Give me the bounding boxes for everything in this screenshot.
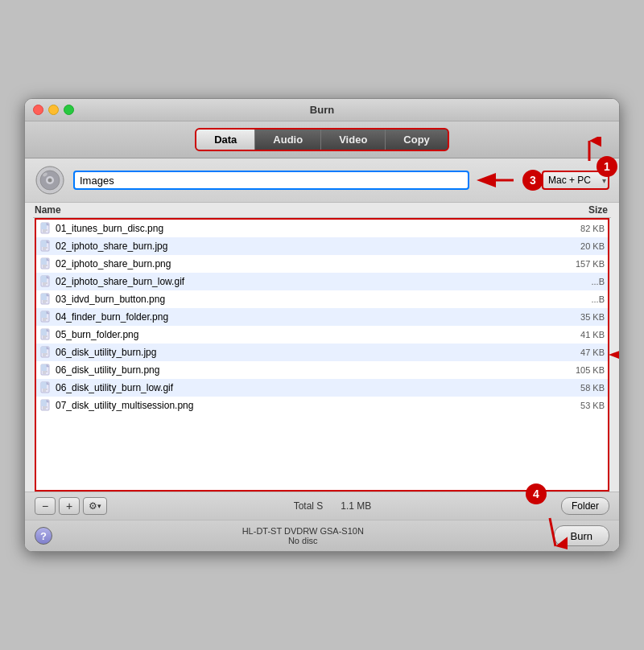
device-line1: HL-DT-ST DVDRW GSA-S10N	[52, 526, 554, 536]
file-size: 20 KB	[544, 241, 605, 251]
table-row[interactable]: 04_finder_burn_folder.png35 KB	[36, 308, 608, 326]
main-content: Name Size 01_itunes_burn_disc.png82 KB 0…	[25, 203, 619, 551]
traffic-lights	[33, 105, 74, 115]
tab-copy[interactable]: Copy	[386, 130, 448, 150]
device-info: HL-DT-ST DVDRW GSA-S10N No disc	[52, 526, 554, 545]
file-name: 02_iphoto_share_burn.jpg	[56, 241, 544, 252]
file-name: 01_itunes_burn_disc.png	[56, 223, 544, 234]
file-size: 82 KB	[544, 224, 605, 233]
device-line2: No disc	[52, 536, 554, 545]
file-icon	[39, 293, 52, 306]
file-name: 06_disk_utility_burn.png	[56, 364, 544, 376]
total-size-value: 1.1 MB	[341, 500, 371, 512]
total-size-label: Total Size: 1.1 MB	[110, 500, 555, 512]
file-icon	[39, 364, 52, 376]
badge-4: 4	[526, 483, 547, 504]
titlebar: Burn	[25, 99, 619, 121]
svg-rect-43	[41, 347, 47, 353]
add-button[interactable]: +	[59, 497, 80, 515]
file-icon	[39, 381, 52, 394]
svg-point-3	[48, 179, 52, 183]
tabs-container: Data Audio Video Copy	[195, 128, 449, 151]
minimize-button[interactable]	[48, 105, 59, 115]
file-list[interactable]: 01_itunes_burn_disc.png82 KB 02_iphoto_s…	[35, 218, 609, 492]
settings-icon: ⚙	[89, 500, 97, 512]
file-name: 04_finder_burn_folder.png	[56, 311, 544, 323]
bottom-wrapper: − + ⚙ ▾ Total Size: 1.1 MB 4	[25, 492, 619, 551]
help-button[interactable]: ?	[35, 527, 52, 545]
file-name: 02_iphoto_share_burn_low.gif	[56, 276, 544, 287]
file-name: 02_iphoto_share_burn.png	[56, 258, 544, 269]
file-name: 06_disk_utility_burn.jpg	[56, 347, 544, 358]
file-icon	[39, 275, 52, 288]
table-row[interactable]: 01_itunes_burn_disc.png82 KB	[36, 220, 608, 237]
file-name: 03_idvd_burn_button.png	[56, 294, 544, 305]
file-icon	[39, 311, 52, 323]
svg-rect-33	[41, 311, 47, 318]
file-size: 105 KB	[544, 365, 605, 375]
burn-button[interactable]: Burn	[554, 525, 609, 546]
file-size: ...B	[544, 294, 605, 304]
column-size: Size	[547, 204, 611, 216]
table-row[interactable]: 06_disk_utility_burn.png105 KB	[36, 361, 608, 379]
total-size-text: Total S	[294, 500, 324, 512]
file-icon	[39, 240, 52, 253]
file-icon	[39, 222, 52, 235]
table-row[interactable]: 03_idvd_burn_button.png...B	[36, 290, 608, 308]
table-row[interactable]: 02_iphoto_share_burn_low.gif...B	[36, 273, 608, 290]
table-row[interactable]: 06_disk_utility_burn_low.gif58 KB	[36, 379, 608, 397]
tab-video[interactable]: Video	[321, 130, 386, 150]
file-size: 157 KB	[544, 259, 605, 269]
table-row[interactable]: 05_burn_folder.png41 KB	[36, 326, 608, 344]
badge-3: 3	[522, 170, 543, 191]
file-icon	[39, 399, 52, 412]
settings-button[interactable]: ⚙ ▾	[83, 497, 107, 515]
file-name: 05_burn_folder.png	[56, 329, 544, 340]
file-size: 58 KB	[544, 383, 605, 393]
maximize-button[interactable]	[64, 105, 74, 115]
tabbar: Data Audio Video Copy	[25, 121, 619, 158]
svg-rect-23	[41, 276, 47, 282]
bottom-toolbar: − + ⚙ ▾ Total Size: 1.1 MB 4	[25, 492, 619, 520]
file-name: 07_disk_utility_multisession.png	[56, 400, 544, 411]
disc-icon	[35, 165, 65, 195]
file-size: 53 KB	[544, 401, 605, 410]
statusbar: ? HL-DT-ST DVDRW GSA-S10N No disc Burn	[25, 520, 619, 551]
file-size: 47 KB	[544, 348, 605, 357]
list-wrapper: 01_itunes_burn_disc.png82 KB 02_iphoto_s…	[35, 218, 609, 492]
file-size: 35 KB	[544, 312, 605, 322]
table-row[interactable]: 02_iphoto_share_burn.png157 KB	[36, 255, 608, 273]
svg-rect-18	[41, 258, 47, 265]
toolbar: 3 1 Mac + PC	[25, 158, 619, 203]
svg-rect-8	[41, 223, 47, 229]
toolbar-wrapper: 3 1 Mac + PC	[25, 158, 619, 203]
main-window: Burn Data Audio Video Copy	[24, 98, 620, 552]
table-row[interactable]: 07_disk_utility_multisession.png53 KB	[36, 397, 608, 414]
file-icon	[39, 328, 52, 341]
file-size: 41 KB	[544, 330, 605, 339]
disc-name-input[interactable]	[73, 171, 469, 190]
svg-rect-13	[41, 241, 47, 247]
column-name: Name	[33, 204, 547, 216]
total-size-annotation-overlap: ize:	[323, 500, 341, 512]
table-row[interactable]: 06_disk_utility_burn.jpg47 KB	[36, 344, 608, 361]
file-list-container: Name Size 01_itunes_burn_disc.png82 KB 0…	[25, 203, 619, 492]
tab-audio[interactable]: Audio	[255, 130, 321, 150]
settings-arrow: ▾	[97, 502, 101, 510]
svg-rect-38	[41, 329, 47, 335]
tab-data[interactable]: Data	[196, 130, 255, 150]
folder-button[interactable]: Folder	[561, 497, 609, 515]
file-icon	[39, 346, 52, 359]
remove-button[interactable]: −	[35, 497, 56, 515]
close-button[interactable]	[33, 105, 43, 115]
arrow-3-annotation	[473, 168, 518, 192]
column-headers: Name Size	[33, 203, 611, 218]
svg-rect-48	[41, 364, 47, 371]
table-row[interactable]: 02_iphoto_share_burn.jpg20 KB	[36, 237, 608, 255]
badge-1: 1	[597, 156, 617, 177]
file-icon	[39, 257, 52, 270]
file-name: 06_disk_utility_burn_low.gif	[56, 382, 544, 393]
svg-rect-53	[41, 382, 47, 389]
svg-rect-28	[41, 294, 47, 300]
file-size: ...B	[544, 277, 605, 286]
